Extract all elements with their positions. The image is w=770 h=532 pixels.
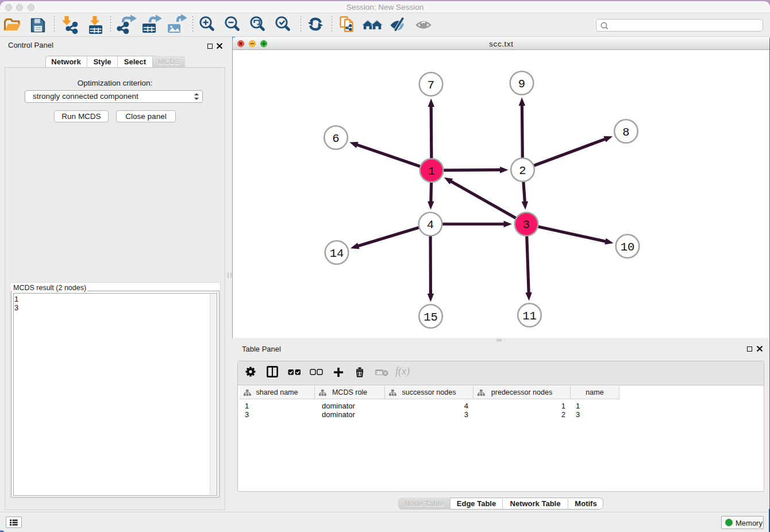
- svg-text:4: 4: [427, 218, 434, 232]
- svg-text:15: 15: [424, 311, 438, 324]
- svg-text:11: 11: [522, 310, 537, 323]
- svg-text:6: 6: [332, 132, 339, 145]
- svg-text:8: 8: [622, 126, 629, 139]
- svg-text:7: 7: [428, 79, 434, 92]
- svg-text:1: 1: [428, 165, 435, 178]
- svg-text:9: 9: [518, 78, 525, 91]
- svg-text:3: 3: [523, 218, 530, 232]
- svg-text:2: 2: [519, 164, 526, 178]
- svg-text:10: 10: [621, 241, 635, 254]
- svg-text:14: 14: [330, 247, 344, 260]
